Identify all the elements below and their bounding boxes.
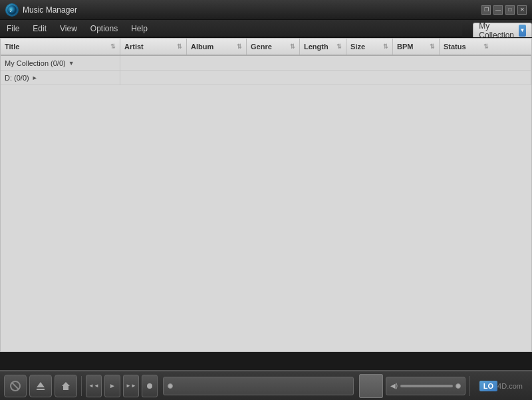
table-row[interactable]: My Collection (0/0) ▼ bbox=[1, 56, 531, 71]
app-icon: ♪ bbox=[5, 3, 19, 17]
separator-2 bbox=[469, 376, 470, 396]
empty-area bbox=[1, 85, 531, 351]
svg-line-3 bbox=[12, 383, 19, 389]
col-length[interactable]: Length ⇅ bbox=[300, 39, 346, 55]
col-album[interactable]: Album ⇅ bbox=[187, 39, 247, 55]
row-title: My Collection (0/0) ▼ bbox=[1, 56, 120, 70]
logo-area: LO 4D.com bbox=[474, 381, 528, 391]
content-area: Title ⇅ Artist ⇅ Album ⇅ Genre ⇅ Length … bbox=[0, 38, 532, 352]
menu-bar: File Edit View Options Help bbox=[0, 20, 462, 37]
tab-dropdown-btn[interactable]: ▼ bbox=[519, 25, 526, 37]
row-empty bbox=[120, 71, 531, 85]
album-art bbox=[359, 374, 383, 398]
volume-indicator bbox=[456, 383, 461, 389]
progress-bar[interactable] bbox=[163, 377, 354, 395]
row-title: D: (0/0) ► bbox=[1, 71, 120, 85]
logo-suffix: 4D.com bbox=[497, 382, 523, 390]
volume-icon: ◀) bbox=[390, 382, 398, 389]
menu-view[interactable]: View bbox=[53, 20, 84, 37]
next-button[interactable]: ►► bbox=[123, 375, 139, 397]
table-body: My Collection (0/0) ▼ D: (0/0) ► bbox=[1, 56, 531, 85]
menu-file[interactable]: File bbox=[0, 20, 26, 37]
title-bar-left: ♪ Music Manager bbox=[5, 3, 77, 17]
column-headers: Title ⇅ Artist ⇅ Album ⇅ Genre ⇅ Length … bbox=[1, 39, 531, 56]
eject-button[interactable] bbox=[29, 375, 52, 397]
col-status[interactable]: Status ⇅ bbox=[440, 39, 493, 55]
close-button[interactable]: ✕ bbox=[517, 5, 527, 15]
minimize-button[interactable]: ❐ bbox=[481, 5, 491, 15]
play-button[interactable]: ► bbox=[104, 375, 120, 397]
main-table: Title ⇅ Artist ⇅ Album ⇅ Genre ⇅ Length … bbox=[0, 38, 532, 352]
prev-button[interactable]: ◄◄ bbox=[86, 375, 102, 397]
table-row[interactable]: D: (0/0) ► bbox=[1, 71, 531, 85]
volume-track bbox=[400, 385, 453, 387]
maximize-button[interactable]: □ bbox=[505, 5, 515, 15]
progress-indicator bbox=[168, 383, 173, 389]
logo-text: LO bbox=[483, 382, 493, 390]
svg-rect-4 bbox=[37, 389, 45, 390]
no-button[interactable] bbox=[4, 375, 27, 397]
col-genre[interactable]: Genre ⇅ bbox=[247, 39, 300, 55]
home-button[interactable] bbox=[55, 375, 77, 397]
logo: LO bbox=[479, 381, 497, 391]
window-controls: ❐ — □ ✕ bbox=[481, 5, 527, 15]
tab-my-collection[interactable]: My Collection ▼ bbox=[473, 23, 532, 37]
separator bbox=[81, 376, 82, 396]
record-button[interactable] bbox=[142, 375, 158, 397]
menu-help[interactable]: Help bbox=[124, 20, 154, 37]
volume-control[interactable]: ◀) bbox=[386, 377, 466, 395]
menu-options[interactable]: Options bbox=[84, 20, 124, 37]
title-bar: ♪ Music Manager ❐ — □ ✕ bbox=[0, 0, 532, 20]
restore-button[interactable]: — bbox=[493, 5, 503, 15]
app-title: Music Manager bbox=[23, 5, 77, 15]
col-artist[interactable]: Artist ⇅ bbox=[120, 39, 187, 55]
row-empty bbox=[120, 56, 531, 70]
col-size[interactable]: Size ⇅ bbox=[346, 39, 393, 55]
menu-edit[interactable]: Edit bbox=[26, 20, 53, 37]
svg-marker-6 bbox=[62, 382, 70, 390]
status-bar: ◄◄ ► ►► ◀) LO 4D.com bbox=[0, 370, 532, 400]
col-bpm[interactable]: BPM ⇅ bbox=[393, 39, 440, 55]
col-title[interactable]: Title ⇅ bbox=[1, 39, 120, 55]
svg-text:♪: ♪ bbox=[9, 7, 12, 13]
tab-label: My Collection bbox=[479, 21, 516, 40]
svg-marker-5 bbox=[37, 382, 45, 387]
